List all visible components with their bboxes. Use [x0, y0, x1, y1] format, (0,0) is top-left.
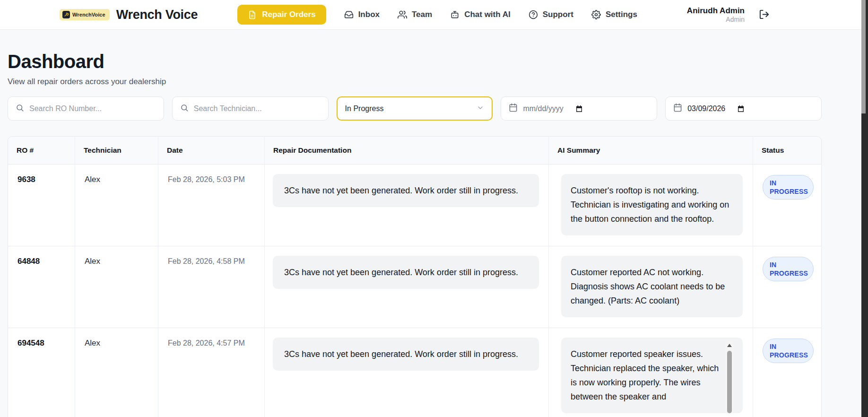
search-technician-input[interactable]: [194, 104, 321, 113]
nav-repair-orders-label: Repair Orders: [262, 10, 315, 19]
nav-inbox[interactable]: Inbox: [344, 10, 380, 19]
gear-icon: [591, 10, 601, 19]
brand: WrenchVoice Wrench Voice: [60, 8, 198, 22]
ai-summary-cell: Customer's rooftop is not working. Techn…: [549, 165, 753, 246]
nav-team[interactable]: Team: [398, 10, 432, 19]
calendar-icon: [673, 103, 682, 114]
nav-team-label: Team: [412, 10, 432, 19]
column-header-status: Status: [753, 137, 821, 164]
user-name: Anirudh Admin: [687, 6, 745, 16]
date-picker-icon[interactable]: [575, 105, 583, 113]
repair-documentation-cell: 3Cs have not yet been generated. Work or…: [265, 165, 549, 246]
app-title: Wrench Voice: [116, 8, 198, 22]
search-technician-box: [172, 96, 329, 121]
logo: WrenchVoice: [60, 9, 110, 20]
filter-bar: In Progress mm/dd/yyyy 03/09/2026: [8, 96, 822, 121]
nav-support[interactable]: Support: [529, 10, 573, 19]
page-subtitle: View all repair orders across your deale…: [8, 77, 829, 87]
repair-documentation-cell: 3Cs have not yet been generated. Work or…: [265, 328, 549, 417]
order-date: Feb 28, 2026, 4:57 PM: [158, 328, 265, 417]
column-header-ro: RO #: [8, 137, 75, 164]
order-date: Feb 28, 2026, 5:03 PM: [158, 165, 265, 246]
nav-settings[interactable]: Settings: [591, 10, 637, 19]
repair-documentation-text: 3Cs have not yet been generated. Work or…: [273, 338, 539, 371]
status-cell: IN PROGRESS: [753, 328, 821, 417]
search-ro-input[interactable]: [29, 104, 156, 113]
ai-summary-text: Customer reported speaker issues. Techni…: [571, 349, 719, 401]
wrench-logo-icon: [62, 11, 70, 18]
nav-settings-label: Settings: [606, 10, 637, 19]
nav-support-label: Support: [543, 10, 573, 19]
document-icon: [248, 10, 257, 19]
status-cell: IN PROGRESS: [753, 165, 821, 246]
status-filter-select[interactable]: In Progress: [337, 96, 493, 121]
column-header-date: Date: [158, 137, 265, 164]
inbox-icon: [344, 10, 354, 19]
date-to-value: 03/09/2026: [687, 104, 725, 113]
team-icon: [398, 10, 407, 19]
repair-documentation-text: 3Cs have not yet been generated. Work or…: [273, 174, 539, 207]
ai-summary-text: Customer reported AC not working. Diagno…: [561, 256, 743, 317]
nav-chat-with-ai-label: Chat with AI: [464, 10, 511, 19]
repair-orders-table: RO # Technician Date Repair Documentatio…: [8, 136, 822, 417]
status-badge: IN PROGRESS: [763, 339, 814, 363]
order-date: Feb 28, 2026, 4:58 PM: [158, 246, 265, 328]
help-icon: [529, 10, 538, 19]
technician-name: Alex: [75, 246, 158, 328]
ro-number: 694548: [8, 328, 75, 417]
repair-documentation-text: 3Cs have not yet been generated. Work or…: [273, 256, 539, 289]
user-info: Anirudh Admin Admin: [687, 6, 745, 24]
date-picker-icon[interactable]: [737, 105, 745, 113]
nav-menu: Repair Orders Inbox Team Chat with AI Su: [237, 5, 637, 25]
ai-summary-cell: Customer reported AC not working. Diagno…: [549, 246, 753, 328]
logo-badge-label: WrenchVoice: [72, 12, 105, 17]
logout-button[interactable]: [759, 9, 770, 21]
main-content: Dashboard View all repair orders across …: [0, 51, 829, 417]
summary-scrollbar-thumb[interactable]: [727, 351, 732, 413]
nav-inbox-label: Inbox: [358, 10, 380, 19]
date-from-value: mm/dd/yyyy: [523, 104, 563, 113]
top-nav: WrenchVoice Wrench Voice Repair Orders I…: [0, 0, 868, 30]
repair-documentation-cell: 3Cs have not yet been generated. Work or…: [265, 246, 549, 328]
scroll-up-icon[interactable]: [727, 344, 732, 347]
table-row[interactable]: 64848 Alex Feb 28, 2026, 4:58 PM 3Cs hav…: [8, 246, 821, 328]
column-header-technician: Technician: [75, 137, 158, 164]
technician-name: Alex: [75, 165, 158, 246]
column-header-repair-documentation: Repair Documentation: [265, 137, 549, 164]
column-header-ai-summary: AI Summary: [549, 137, 753, 164]
ro-number: 9638: [8, 165, 75, 246]
page-scrollbar[interactable]: [861, 0, 868, 417]
chevron-down-icon: [477, 104, 484, 113]
calendar-icon: [509, 103, 518, 114]
ai-summary-cell: Customer reported speaker issues. Techni…: [549, 328, 753, 417]
user-role: Admin: [687, 16, 745, 24]
ai-summary-scroll-area[interactable]: Customer reported speaker issues. Techni…: [561, 338, 743, 413]
ro-number: 64848: [8, 246, 75, 328]
date-from-input[interactable]: mm/dd/yyyy: [501, 96, 657, 121]
table-row[interactable]: 694548 Alex Feb 28, 2026, 4:57 PM 3Cs ha…: [8, 328, 821, 417]
user-menu: Anirudh Admin Admin: [687, 0, 770, 30]
search-icon: [180, 104, 189, 114]
table-row[interactable]: 9638 Alex Feb 28, 2026, 5:03 PM 3Cs have…: [8, 164, 821, 246]
summary-scrollbar[interactable]: [726, 341, 733, 413]
nav-repair-orders-button[interactable]: Repair Orders: [237, 5, 326, 25]
nav-chat-with-ai[interactable]: Chat with AI: [450, 10, 511, 19]
status-badge: IN PROGRESS: [763, 257, 814, 281]
page-scrollbar-thumb[interactable]: [861, 0, 866, 113]
logout-icon: [759, 9, 770, 21]
status-cell: IN PROGRESS: [753, 246, 821, 328]
search-icon: [16, 104, 24, 114]
status-badge: IN PROGRESS: [763, 175, 814, 200]
date-to-input[interactable]: 03/09/2026: [665, 96, 822, 121]
search-ro-box: [8, 96, 164, 121]
table-header-row: RO # Technician Date Repair Documentatio…: [8, 137, 821, 164]
technician-name: Alex: [75, 328, 158, 417]
robot-icon: [450, 10, 460, 19]
ai-summary-text: Customer's rooftop is not working. Techn…: [561, 174, 743, 235]
status-filter-value: In Progress: [345, 104, 384, 113]
page-title: Dashboard: [8, 51, 829, 72]
